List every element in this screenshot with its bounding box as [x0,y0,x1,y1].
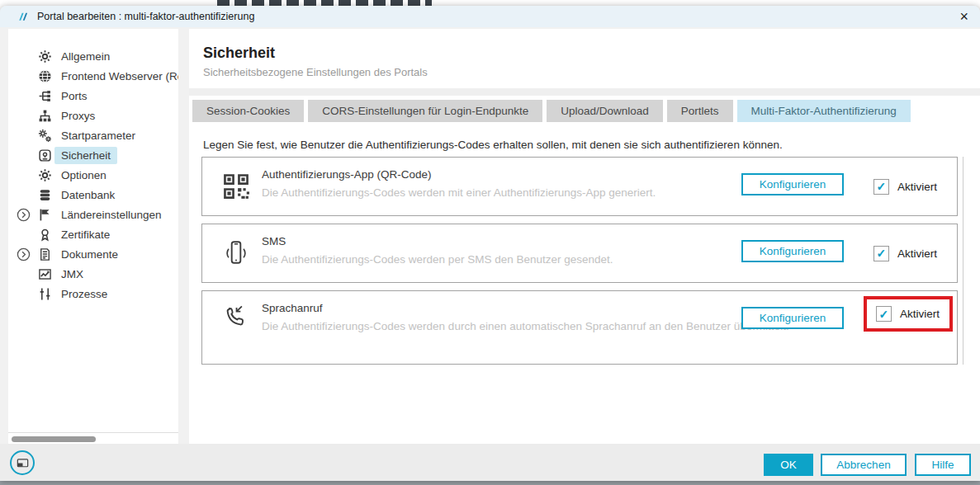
check-icon: ✓ [879,308,889,320]
sidebar-item-proxys[interactable]: Proxys [8,106,178,125]
sidebar-item-dokumente[interactable]: Dokumente [8,244,178,264]
close-icon[interactable]: × [959,6,968,27]
security-icon [38,148,52,162]
app-logo-icon [17,11,29,23]
sidebar-item-label: Zertifikate [54,226,116,243]
activated-label: Aktiviert [900,308,940,320]
sidebar-item-label: Startparameter [54,127,142,144]
sidebar-item-laendereinstellungen[interactable]: Ländereinstellungen [8,205,178,224]
tab-portlets[interactable]: Portlets [667,100,733,122]
chart-icon [38,267,52,281]
sidebar-item-label: Sicherheit [54,147,117,164]
activated-label: Aktiviert [897,181,937,193]
configure-button[interactable]: Konfigurieren [741,240,844,262]
ports-icon [38,89,52,103]
method-title: Sprachanruf [262,302,323,314]
dialog-titlebar: Portal bearbeiten : multi-faktor-authent… [0,6,980,27]
check-icon: ✓ [877,181,887,192]
dialog-footer: OK Abbrechen Hilfe [0,444,980,481]
activated-checkbox[interactable]: ✓ [876,306,892,322]
sidebar-item-label: Allgemein [54,48,116,65]
flag-icon [38,208,52,222]
cancel-button[interactable]: Abbrechen [821,454,907,476]
sidebar-item-label: Optionen [54,167,113,184]
method-card-authenticator-app: Authentifizierungs-App (QR-Code) Die Aut… [201,157,958,216]
method-description: Die Authentifizierungs-Codes werden mit … [262,185,790,200]
sidebar-item-jmx[interactable]: JMX [8,264,178,284]
sidebar-item-startparameter[interactable]: Startparameter [8,125,178,145]
sliders-icon [38,287,52,301]
sidebar: Allgemein Frontend Webserver (Re Ports P… [8,29,178,444]
sidebar-divider [8,432,178,433]
sidebar-item-label: Frontend Webserver (Re [54,68,178,85]
network-icon [38,109,52,123]
portal-edit-dialog: Portal bearbeiten : multi-faktor-authent… [0,6,980,481]
gear-icon [38,168,52,182]
gear-icon [38,49,52,64]
activated-checkbox[interactable]: ✓ [873,246,889,261]
sidebar-item-allgemein[interactable]: Allgemein [8,46,178,66]
sidebar-item-ports[interactable]: Ports [8,86,178,106]
tab-multi-faktor-authentifizierung[interactable]: Multi-Faktor-Authentifizierung [737,100,911,122]
main-panel: Sicherheit Sicherheitsbezogene Einstellu… [189,29,980,444]
expand-chevron-icon[interactable] [8,208,38,222]
phone-sms-icon [222,239,250,267]
activated-checkbox[interactable]: ✓ [873,179,889,195]
activated-control: ✓ Aktiviert [873,158,937,215]
method-title: SMS [262,235,286,247]
configure-button[interactable]: Konfigurieren [741,307,844,329]
sidebar-item-label: Ports [54,87,94,105]
screen: Portal bearbeiten : multi-faktor-authent… [0,0,980,485]
check-icon: ✓ [877,247,887,259]
page-title: Sicherheit [203,45,275,62]
method-card-sms: SMS Die Authentifizierungs-Codes werden … [201,224,958,283]
ok-button[interactable]: OK [764,454,813,476]
sidebar-item-label: Proxys [54,107,102,125]
method-card-voice-call: Sprachanruf Die Authentifizierungs-Codes… [201,290,958,365]
database-icon [38,188,52,202]
page-subtitle: Sicherheitsbezogene Einstellungen des Po… [203,66,428,78]
sidebar-item-optionen[interactable]: Optionen [8,165,178,185]
method-title: Authentifizierungs-App (QR-Code) [262,168,432,181]
sidebar-item-label: Datenbank [54,186,121,204]
qr-code-icon [222,172,250,200]
help-button[interactable]: Hilfe [915,454,971,476]
phone-call-icon [222,302,250,330]
tab-bar: Session-Cookies CORS-Einstellungen für L… [192,100,911,122]
sidebar-item-label: Dokumente [54,246,125,263]
document-icon [38,247,52,261]
content-scroll-track [963,157,963,365]
globe-icon [38,69,52,83]
sidebar-item-label: Prozesse [54,285,114,303]
divider-band [189,88,980,96]
dialog-title: Portal bearbeiten : multi-faktor-authent… [37,11,254,22]
expand-chevron-icon[interactable] [8,247,38,261]
highlight-box: ✓ Aktiviert [864,296,953,332]
certificate-icon [38,228,52,242]
tab-upload-download[interactable]: Upload/Download [547,100,663,122]
sidebar-item-prozesse[interactable]: Prozesse [8,284,178,304]
tab-session-cookies[interactable]: Session-Cookies [192,100,304,122]
sidebar-item-label: JMX [54,266,90,283]
sidebar-item-datenbank[interactable]: Datenbank [8,185,178,205]
sidebar-item-label: Ländereinstellungen [54,206,168,224]
activated-label: Aktiviert [897,247,937,260]
configure-button[interactable]: Konfigurieren [741,173,844,195]
present-screen-icon[interactable] [10,450,35,475]
sidebar-item-frontend-webserver[interactable]: Frontend Webserver (Re [8,66,178,86]
background-clipped-text [217,0,432,6]
sidebar-item-zertifikate[interactable]: Zertifikate [8,224,178,244]
activated-control: ✓ Aktiviert [873,224,937,282]
background-page-edge [0,481,980,485]
tab-cors-einstellungen[interactable]: CORS-Einstellungen für Login-Endpunkte [308,100,542,122]
method-description: Die Authentifizierungs-Codes werden durc… [262,318,790,334]
gears-icon [38,129,52,143]
method-description: Die Authentifizierungs-Codes werden per … [262,252,790,267]
instruction-text: Legen Sie fest, wie Benutzer die Authent… [203,139,783,151]
sidebar-horizontal-scrollbar[interactable] [12,436,96,442]
sidebar-item-sicherheit[interactable]: Sicherheit [8,145,178,165]
